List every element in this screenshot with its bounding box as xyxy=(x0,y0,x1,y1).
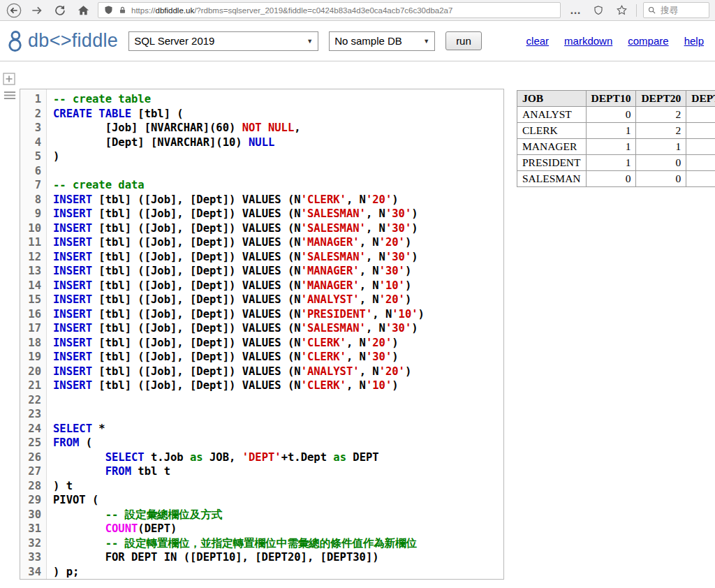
results-column-header: DEPT30 xyxy=(686,91,715,107)
count-cell: 1 xyxy=(686,123,715,139)
site-header: db<>fiddle SQL Server 2019 ▼ No sample D… xyxy=(0,21,715,61)
line-number: 32 xyxy=(20,536,41,551)
line-number: 7 xyxy=(20,178,41,193)
count-cell: 2 xyxy=(636,123,686,139)
results-row: PRESIDENT100 xyxy=(517,155,715,171)
count-cell: 1 xyxy=(686,139,715,155)
line-number: 24 xyxy=(20,422,41,436)
help-link[interactable]: help xyxy=(684,35,704,47)
code-line: PIVOT ( xyxy=(53,493,503,508)
job-cell: PRESIDENT xyxy=(517,155,587,171)
run-button[interactable]: run xyxy=(445,31,482,50)
line-number: 29 xyxy=(20,493,41,508)
bookmark-button[interactable] xyxy=(613,2,630,19)
browser-search-box[interactable] xyxy=(643,2,709,18)
forward-button[interactable] xyxy=(29,2,45,19)
code-line: INSERT [tbl] ([Job], [Dept]) VALUES (N'S… xyxy=(53,321,503,336)
line-number: 27 xyxy=(20,464,41,479)
line-number: 18 xyxy=(20,336,41,351)
results-column-header: DEPT10 xyxy=(586,91,636,107)
editor-code[interactable]: -- create tableCREATE TABLE [tbl] ( [Job… xyxy=(47,89,503,579)
tracking-shield-icon[interactable] xyxy=(103,5,114,15)
line-number: 34 xyxy=(20,565,41,580)
line-number: 10 xyxy=(20,221,41,236)
code-line: CREATE TABLE [tbl] ( xyxy=(53,107,503,122)
sql-code-editor[interactable]: 1234567891011121314151617181920212223242… xyxy=(20,89,504,580)
protections-button[interactable] xyxy=(590,2,607,19)
code-line: [Job] [NVARCHAR](60) NOT NULL, xyxy=(53,121,503,135)
code-line: ) t xyxy=(53,479,503,494)
url-scheme: https:// xyxy=(131,6,156,15)
plus-box-icon xyxy=(3,73,15,85)
rdbms-select-value: SQL Server 2019 xyxy=(134,35,214,47)
lock-icon xyxy=(118,6,127,15)
browser-search-input[interactable] xyxy=(659,5,702,16)
url-bar[interactable]: https://dbfiddle.uk/?rdbms=sqlserver_201… xyxy=(98,2,561,18)
line-number: 23 xyxy=(20,407,41,422)
count-cell: 2 xyxy=(636,107,686,123)
line-number: 19 xyxy=(20,350,41,365)
line-number: 13 xyxy=(20,264,41,279)
line-number: 6 xyxy=(20,164,41,179)
ellipsis-icon: … xyxy=(570,7,581,14)
markdown-link[interactable]: markdown xyxy=(564,35,612,47)
code-line: INSERT [tbl] ([Job], [Dept]) VALUES (N'P… xyxy=(53,307,503,322)
line-number: 3 xyxy=(20,121,41,135)
chevron-down-icon: ▼ xyxy=(423,38,429,45)
count-cell: 1 xyxy=(586,139,636,155)
line-number: 15 xyxy=(20,293,41,307)
count-cell: 1 xyxy=(636,139,686,155)
results-header-row: JOBDEPT10DEPT20DEPT30 xyxy=(517,91,715,107)
code-line: ) p; xyxy=(53,565,503,580)
code-line: INSERT [tbl] ([Job], [Dept]) VALUES (N'C… xyxy=(53,336,503,351)
code-line: SELECT * xyxy=(53,422,503,436)
code-line: INSERT [tbl] ([Job], [Dept]) VALUES (N'C… xyxy=(53,193,503,207)
code-line xyxy=(53,164,503,179)
search-icon xyxy=(647,6,656,15)
code-line: FROM ( xyxy=(53,436,503,450)
main-content: 1234567891011121314151617181920212223242… xyxy=(0,61,715,587)
refresh-button[interactable] xyxy=(52,2,68,19)
code-line: INSERT [tbl] ([Job], [Dept]) VALUES (N'M… xyxy=(53,264,503,279)
code-line: FOR DEPT IN ([DEPT10], [DEPT20], [DEPT30… xyxy=(53,550,503,565)
url-domain: dbfiddle.uk xyxy=(156,6,195,15)
results-table: JOBDEPT10DEPT20DEPT30 ANALYST020CLERK121… xyxy=(517,90,715,187)
home-icon xyxy=(77,3,90,17)
home-button[interactable] xyxy=(75,2,91,19)
results-row: ANALYST020 xyxy=(517,107,715,123)
line-number: 2 xyxy=(20,107,41,122)
results-row: CLERK121 xyxy=(517,123,715,139)
count-cell: 0 xyxy=(586,107,636,123)
code-line: INSERT [tbl] ([Job], [Dept]) VALUES (N'A… xyxy=(53,365,503,379)
line-number: 30 xyxy=(20,508,41,522)
back-button[interactable] xyxy=(6,2,22,19)
url-text: https://dbfiddle.uk/?rdbms=sqlserver_201… xyxy=(131,6,452,15)
dbfiddle-logo-icon xyxy=(6,29,24,52)
code-line: INSERT [tbl] ([Job], [Dept]) VALUES (N'C… xyxy=(53,378,503,393)
star-icon xyxy=(616,4,628,16)
line-number: 12 xyxy=(20,250,41,265)
compare-link[interactable]: compare xyxy=(628,35,668,47)
count-cell: 1 xyxy=(586,155,636,171)
count-cell: 0 xyxy=(636,171,686,187)
page-actions-button[interactable]: … xyxy=(567,2,584,19)
drag-handle[interactable] xyxy=(3,91,16,100)
refresh-icon xyxy=(54,4,66,17)
chevron-down-icon: ▼ xyxy=(307,38,313,45)
line-number: 17 xyxy=(20,321,41,336)
code-line xyxy=(53,393,503,408)
count-cell: 1 xyxy=(586,123,636,139)
results-column-header: JOB xyxy=(517,91,587,107)
shield-icon xyxy=(593,5,604,16)
line-number: 8 xyxy=(20,193,41,207)
sample-db-select[interactable]: No sample DB ▼ xyxy=(329,31,435,51)
results-body: ANALYST020CLERK121MANAGER111PRESIDENT100… xyxy=(517,107,715,187)
job-cell: SALESMAN xyxy=(517,171,587,187)
rdbms-select[interactable]: SQL Server 2019 ▼ xyxy=(128,31,318,51)
url-path: /?rdbms=sqlserver_2019&fiddle=c0424b83a4… xyxy=(194,6,452,15)
clear-link[interactable]: clear xyxy=(526,35,550,47)
header-links: clear markdown compare help xyxy=(526,35,707,47)
add-panel-button[interactable] xyxy=(3,73,15,85)
dbfiddle-logo[interactable]: db<>fiddle xyxy=(6,29,118,52)
back-arrow-icon xyxy=(6,2,22,19)
